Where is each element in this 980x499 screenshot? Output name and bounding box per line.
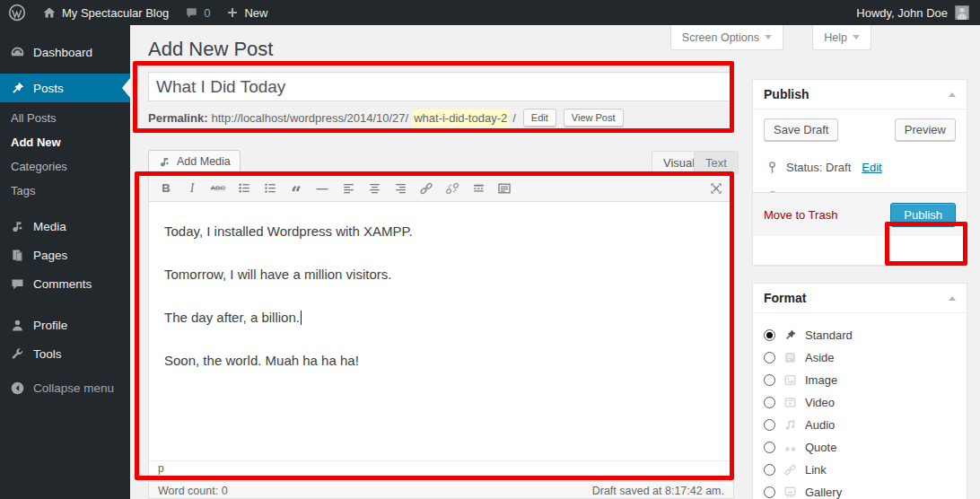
insert-link-button[interactable]: [416, 179, 436, 198]
format-panel-header[interactable]: Format: [753, 284, 967, 313]
wordpress-logo-icon[interactable]: [0, 0, 34, 25]
add-media-label: Add Media: [177, 155, 231, 168]
permalink-trailing-slash: /: [512, 111, 516, 125]
blockquote-button[interactable]: “: [286, 179, 306, 198]
collapse-panel-icon[interactable]: [949, 89, 956, 97]
add-media-button[interactable]: Add Media: [148, 150, 241, 173]
radio-unselected[interactable]: [764, 442, 775, 453]
radio-unselected[interactable]: [764, 397, 775, 408]
sidebar-item-comments[interactable]: Comments: [0, 269, 130, 298]
more-tag-button[interactable]: [468, 179, 488, 198]
tab-text[interactable]: Text: [694, 151, 739, 174]
format-option-link[interactable]: Link: [764, 459, 956, 481]
post-editor: B I ABC “ —: [148, 174, 734, 477]
format-option-label: Gallery: [805, 486, 842, 499]
format-option-standard[interactable]: Standard: [764, 324, 956, 346]
sidebar-item-pages[interactable]: Pages: [0, 241, 130, 269]
sidebar-item-label: Comments: [33, 277, 92, 291]
format-option-label: Image: [805, 373, 837, 387]
sidebar-item-tools[interactable]: Tools: [0, 339, 130, 368]
align-left-button[interactable]: [338, 179, 358, 198]
move-to-trash-link[interactable]: Move to Trash: [764, 208, 837, 222]
link-icon: [783, 463, 797, 477]
sidebar-item-dashboard[interactable]: Dashboard: [0, 38, 130, 66]
submenu-item-add-new[interactable]: Add New: [0, 130, 130, 154]
editor-content-area[interactable]: Today, I installed Wordpress with XAMPP.…: [149, 202, 733, 460]
radio-unselected[interactable]: [764, 486, 775, 498]
numbered-list-button[interactable]: [260, 179, 280, 198]
radio-unselected[interactable]: [764, 352, 775, 363]
chevron-down-icon: [765, 35, 772, 43]
image-icon: [783, 373, 797, 387]
editor-paragraph: The day after, a billion.: [164, 308, 718, 328]
edit-permalink-button[interactable]: Edit: [523, 109, 556, 127]
site-name: My Spectacular Blog: [62, 6, 169, 20]
editor-status-bar: Word count: 0 Draft saved at 8:17:42 am.: [148, 481, 734, 499]
help-tab[interactable]: Help: [812, 25, 871, 50]
media-icon: [10, 219, 25, 234]
status-text: Status: Draft: [786, 161, 851, 174]
site-menu[interactable]: My Spectacular Blog: [34, 0, 177, 25]
user-avatar[interactable]: [955, 5, 969, 20]
new-content-menu[interactable]: New: [218, 0, 276, 25]
radio-unselected[interactable]: [764, 464, 775, 476]
screen-options-tab[interactable]: Screen Options: [670, 25, 783, 50]
status-row: Status: Draft Edit: [766, 161, 954, 174]
dashboard-icon: [10, 45, 25, 60]
remove-link-button[interactable]: [442, 179, 462, 198]
draft-saved-status: Draft saved at 8:17:42 am.: [592, 485, 724, 495]
edit-status-link[interactable]: Edit: [862, 161, 881, 174]
submenu-item-tags[interactable]: Tags: [0, 179, 130, 203]
align-right-button[interactable]: [390, 179, 410, 198]
text-cursor: [301, 311, 302, 325]
format-option-image[interactable]: Image: [764, 369, 956, 391]
comment-icon: [185, 6, 198, 20]
sidebar-item-posts[interactable]: Posts: [0, 74, 130, 102]
collapse-menu-button[interactable]: Collapse menu: [0, 373, 130, 402]
fullscreen-button[interactable]: [706, 179, 726, 198]
radio-unselected[interactable]: [764, 419, 775, 431]
radio-unselected[interactable]: [764, 374, 775, 386]
comments-bubble[interactable]: 0: [177, 0, 218, 25]
collapse-icon: [10, 381, 25, 396]
bulleted-list-button[interactable]: [234, 179, 254, 198]
element-path-bar[interactable]: p: [149, 460, 733, 477]
user-icon: [10, 318, 25, 333]
bold-button[interactable]: B: [156, 179, 176, 198]
publish-panel-header[interactable]: Publish: [753, 80, 967, 109]
format-option-gallery[interactable]: Gallery: [764, 481, 956, 499]
submenu-item-categories[interactable]: Categories: [0, 154, 130, 179]
publish-button[interactable]: Publish: [890, 203, 956, 227]
format-option-label: Aside: [805, 351, 835, 364]
horizontal-rule-icon: —: [317, 181, 328, 195]
save-draft-button[interactable]: Save Draft: [764, 118, 838, 141]
collapse-panel-icon[interactable]: [949, 293, 956, 301]
italic-icon: I: [190, 181, 195, 196]
publish-panel: Publish Save Draft Preview Status: Draft…: [752, 79, 967, 266]
word-count: Word count: 0: [158, 485, 228, 495]
add-media-icon: [158, 155, 171, 169]
format-option-quote[interactable]: Quote: [764, 436, 956, 459]
format-option-aside[interactable]: Aside: [764, 346, 956, 369]
format-option-video[interactable]: Video: [764, 391, 956, 414]
sidebar-item-media[interactable]: Media: [0, 212, 130, 241]
italic-button[interactable]: I: [182, 179, 202, 198]
strikethrough-button[interactable]: ABC: [208, 179, 228, 198]
howdy-text[interactable]: Howdy, John Doe: [856, 6, 948, 20]
toolbar-toggle-button[interactable]: [494, 179, 514, 198]
horizontal-rule-button[interactable]: —: [312, 179, 332, 198]
permalink-slug[interactable]: what-i-did-today-2: [412, 109, 509, 127]
align-left-icon: [342, 181, 355, 195]
sidebar-item-label: Posts: [33, 82, 64, 95]
collapse-menu-label: Collapse menu: [33, 381, 114, 395]
submenu-item-all-posts[interactable]: All Posts: [0, 106, 130, 130]
align-center-button[interactable]: [364, 179, 384, 198]
menu-separator: [0, 298, 130, 311]
bold-icon: B: [162, 181, 170, 195]
preview-button[interactable]: Preview: [895, 118, 956, 141]
radio-selected[interactable]: [764, 329, 775, 341]
view-post-button[interactable]: View Post: [564, 109, 624, 127]
format-option-audio[interactable]: Audio: [764, 414, 956, 436]
post-title-input[interactable]: [148, 72, 734, 101]
sidebar-item-profile[interactable]: Profile: [0, 311, 130, 339]
